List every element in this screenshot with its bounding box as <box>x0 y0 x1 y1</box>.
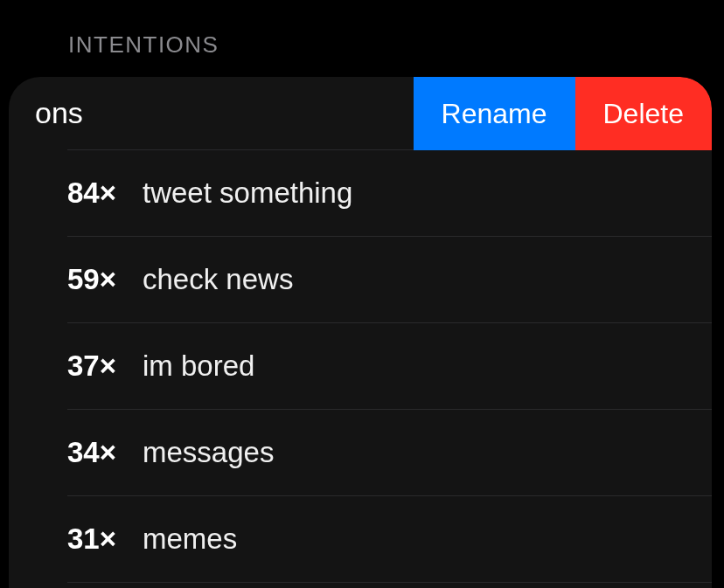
list-item[interactable]: 84× tweet something <box>67 150 712 237</box>
item-label: check news <box>143 263 293 296</box>
item-label: memes <box>143 522 237 556</box>
section-header: INTENTIONS <box>68 31 219 59</box>
swipe-row-truncated-text: ons <box>35 96 83 130</box>
item-count: 59× <box>67 263 123 296</box>
rename-button[interactable]: Rename <box>414 77 575 150</box>
list-item[interactable]: 59× check news <box>67 237 712 323</box>
item-count: 37× <box>67 349 123 383</box>
item-count: 84× <box>67 176 123 210</box>
list-item[interactable]: 31× memes <box>67 496 712 583</box>
list-item[interactable]: 34× messages <box>67 410 712 496</box>
delete-button[interactable]: Delete <box>575 77 713 150</box>
swipe-row-active[interactable]: ons Rename Delete <box>67 77 712 150</box>
item-count: 34× <box>67 436 123 469</box>
list-item[interactable]: 37× im bored <box>67 323 712 410</box>
item-label: messages <box>143 436 274 469</box>
item-label: im bored <box>143 349 254 383</box>
intentions-card: ons Rename Delete 84× tweet something 59… <box>9 77 712 588</box>
item-count: 31× <box>67 522 123 556</box>
swipe-actions: Rename Delete <box>414 77 712 150</box>
intentions-list: 84× tweet something 59× check news 37× i… <box>67 150 712 583</box>
item-label: tweet something <box>143 176 352 210</box>
